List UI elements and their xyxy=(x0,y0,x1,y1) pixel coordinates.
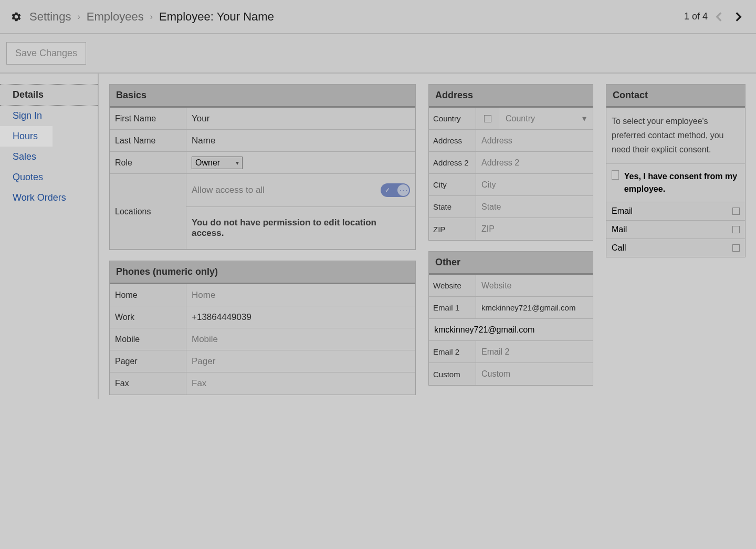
address2-input[interactable] xyxy=(481,158,587,168)
phones-panel: Phones (numeric only) Home Work Mobile xyxy=(109,261,416,395)
phone-home-label: Home xyxy=(110,284,186,306)
role-select[interactable]: Owner ▾ xyxy=(192,157,243,169)
pager-text: 1 of 4 xyxy=(684,11,708,22)
contact-header: Contact xyxy=(606,85,745,108)
other-header: Other xyxy=(429,252,593,275)
role-label: Role xyxy=(110,152,186,173)
gear-icon xyxy=(10,11,22,23)
breadcrumb-bar: Settings › Employees › Employee: Your Na… xyxy=(0,0,756,34)
contact-body-text: To select your employee's preferred cont… xyxy=(606,108,745,163)
website-input[interactable] xyxy=(481,281,587,291)
sidebar-item-details[interactable]: Details xyxy=(0,84,98,106)
zip-input[interactable] xyxy=(481,224,587,234)
sidebar: Details Sign In Hours Sales Quotes Work … xyxy=(0,74,99,399)
phone-work-input[interactable] xyxy=(192,312,410,323)
sidebar-item-hours[interactable]: Hours xyxy=(0,126,52,147)
phone-mobile-input[interactable] xyxy=(192,334,410,345)
custom-label: Custom xyxy=(429,363,476,385)
toggle-knob: ⋯ xyxy=(397,184,409,196)
sidebar-item-quotes[interactable]: Quotes xyxy=(0,167,98,188)
prev-button[interactable] xyxy=(712,9,727,24)
contact-panel: Contact To select your employee's prefer… xyxy=(606,84,746,257)
last-name-input[interactable] xyxy=(192,136,410,146)
breadcrumb-current: Employee: Your Name xyxy=(159,10,274,24)
email1-link[interactable]: kmckinney721@gmail.com xyxy=(429,319,593,340)
breadcrumb-settings[interactable]: Settings xyxy=(29,10,71,24)
email1-label: Email 1 xyxy=(429,297,476,318)
country-label: Country xyxy=(429,108,476,129)
method-email-label: Email xyxy=(612,206,633,216)
locations-label: Locations xyxy=(110,174,186,249)
state-label: State xyxy=(429,196,476,217)
breadcrumb-employees[interactable]: Employees xyxy=(87,10,144,24)
zip-label: ZIP xyxy=(429,218,476,240)
consent-checkbox[interactable] xyxy=(612,170,619,180)
first-name-input[interactable] xyxy=(192,113,410,124)
country-select-placeholder: Country xyxy=(506,114,535,123)
allow-access-label: Allow access to all xyxy=(192,185,265,195)
phone-home-input[interactable] xyxy=(192,290,410,301)
email1-input[interactable] xyxy=(481,303,587,312)
state-input[interactable] xyxy=(481,202,587,212)
phone-work-label: Work xyxy=(110,306,186,328)
save-bar: Save Changes xyxy=(0,34,756,74)
address2-label: Address 2 xyxy=(429,152,476,173)
phone-pager-input[interactable] xyxy=(192,356,410,367)
city-input[interactable] xyxy=(481,180,587,190)
website-label: Website xyxy=(429,275,476,296)
country-select[interactable]: Country ▾ xyxy=(499,108,593,129)
basics-header: Basics xyxy=(110,85,415,108)
phone-fax-label: Fax xyxy=(110,372,186,395)
chevron-down-icon: ▾ xyxy=(582,113,586,123)
no-permission-text: You do not have permission to edit locat… xyxy=(192,217,410,239)
save-button[interactable]: Save Changes xyxy=(6,42,86,65)
basics-panel: Basics First Name Last Name Role Owner xyxy=(109,84,416,250)
check-icon: ✓ xyxy=(385,187,390,194)
chevron-down-icon: ▾ xyxy=(236,159,239,167)
phone-mobile-label: Mobile xyxy=(110,328,186,350)
country-checkbox[interactable] xyxy=(476,108,499,129)
consent-text: Yes, I have consent from my employee. xyxy=(624,170,740,195)
city-label: City xyxy=(429,174,476,195)
chevron-right-icon: › xyxy=(78,12,80,22)
phone-fax-input[interactable] xyxy=(192,378,410,389)
sidebar-item-signin[interactable]: Sign In xyxy=(0,106,98,126)
address-header: Address xyxy=(429,85,593,108)
method-call-label: Call xyxy=(612,243,626,253)
address-panel: Address Country Country ▾ Address xyxy=(428,84,593,241)
other-panel: Other Website Email 1 kmckinney721@gmail… xyxy=(428,251,593,386)
phone-pager-label: Pager xyxy=(110,350,186,372)
custom-input[interactable] xyxy=(481,369,587,379)
first-name-label: First Name xyxy=(110,108,186,129)
address-input[interactable] xyxy=(481,136,587,146)
email2-label: Email 2 xyxy=(429,341,476,362)
allow-access-toggle[interactable]: ✓ ⋯ xyxy=(381,183,410,197)
last-name-label: Last Name xyxy=(110,130,186,151)
phones-header: Phones (numeric only) xyxy=(110,261,415,284)
address-label: Address xyxy=(429,130,476,151)
method-mail-checkbox[interactable] xyxy=(732,226,740,233)
sidebar-item-sales[interactable]: Sales xyxy=(0,147,98,167)
method-email-checkbox[interactable] xyxy=(732,208,740,215)
method-mail-label: Mail xyxy=(612,225,627,234)
sidebar-item-workorders[interactable]: Work Orders xyxy=(0,188,98,208)
next-button[interactable] xyxy=(731,9,746,24)
chevron-right-icon: › xyxy=(150,12,153,22)
email2-input[interactable] xyxy=(481,347,587,357)
role-select-value: Owner xyxy=(195,158,220,168)
method-call-checkbox[interactable] xyxy=(732,244,740,252)
